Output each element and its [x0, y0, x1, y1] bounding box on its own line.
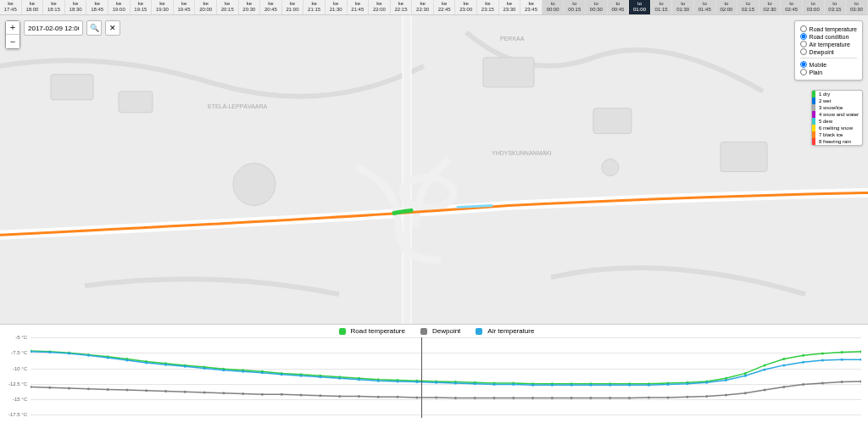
time-slot[interactable]: to00:00	[542, 0, 565, 14]
time-slot[interactable]: ke22:00	[369, 0, 391, 14]
layer-air-temperature[interactable]: Air temperature	[800, 41, 857, 47]
svg-point-137	[802, 361, 804, 364]
time-slot[interactable]: to01:00	[629, 0, 651, 14]
time-slot[interactable]: ke18:15	[43, 0, 65, 14]
svg-point-80	[551, 397, 554, 399]
svg-point-105	[184, 365, 186, 368]
svg-point-131	[686, 382, 688, 385]
svg-point-89	[725, 393, 727, 396]
svg-point-90	[744, 392, 747, 394]
time-slot[interactable]: ke17:45	[0, 0, 22, 14]
chart-body[interactable]: -5 °C-7.5 °C-10 °C-12.5 °C-15 °C-17.5 °C	[31, 337, 861, 418]
time-slot[interactable]: ke21:15	[303, 0, 326, 14]
svg-point-72	[397, 396, 399, 398]
time-slot[interactable]: ke20:30	[239, 0, 261, 14]
condition-row: 3 snow/ice	[812, 104, 862, 111]
svg-point-66	[281, 393, 283, 396]
svg-point-65	[261, 393, 264, 396]
svg-point-127	[609, 384, 611, 387]
time-slot[interactable]: to02:30	[760, 0, 782, 14]
svg-point-75	[454, 397, 457, 399]
svg-point-83	[609, 397, 611, 399]
datetime-input[interactable]	[24, 20, 83, 36]
time-slot[interactable]: to02:00	[716, 0, 738, 14]
time-slot[interactable]: ke23:45	[520, 0, 542, 14]
svg-point-120	[474, 382, 476, 385]
svg-point-51	[841, 351, 843, 353]
time-slot[interactable]: ke19:00	[108, 0, 131, 14]
time-slot[interactable]: ke21:30	[326, 0, 348, 14]
place-label: ETELÄ-LEPPÄVAARA	[208, 103, 268, 109]
mapstyle-mobile[interactable]: Mobile	[800, 61, 857, 68]
condition-row: 2 wet	[812, 97, 862, 104]
condition-row: 8 freezing rain	[812, 138, 862, 145]
time-slot[interactable]: ke22:15	[391, 0, 413, 14]
svg-point-101	[107, 357, 109, 359]
time-slot[interactable]: ke18:30	[65, 0, 87, 14]
time-slot[interactable]: to01:30	[672, 0, 694, 14]
layer-road-temperature[interactable]: Road temperature	[800, 25, 857, 32]
time-slot[interactable]: ke23:15	[477, 0, 499, 14]
svg-point-86	[667, 396, 670, 398]
svg-point-91	[764, 389, 766, 392]
time-slot[interactable]: to02:15	[737, 0, 760, 14]
time-slot[interactable]: ke22:45	[434, 0, 456, 14]
svg-rect-5	[721, 142, 767, 172]
zoom-out-button[interactable]: −	[6, 35, 19, 48]
svg-point-56	[87, 387, 90, 390]
condition-row: 1 dry	[812, 91, 862, 97]
legend-item[interactable]: Dewpoint	[415, 327, 460, 335]
chart-legend: Road temperatureDewpointAir temperature	[0, 325, 868, 337]
time-slot[interactable]: ke20:00	[195, 0, 217, 14]
time-slot[interactable]: ke21:45	[348, 0, 370, 14]
legend-item[interactable]: Air temperature	[470, 327, 534, 335]
time-slot[interactable]: ke19:45	[174, 0, 196, 14]
svg-point-113	[338, 377, 341, 380]
time-slot[interactable]: ke18:00	[22, 0, 44, 14]
time-slot[interactable]: to00:30	[586, 0, 608, 14]
time-slot[interactable]: to03:30	[846, 0, 868, 14]
svg-point-82	[589, 397, 592, 399]
time-slot[interactable]: to03:15	[825, 0, 847, 14]
time-slot[interactable]: to00:45	[608, 0, 630, 14]
layer-road-condition[interactable]: Road condition	[800, 33, 857, 40]
time-slot[interactable]: to02:45	[781, 0, 803, 14]
time-slot[interactable]: to01:15	[651, 0, 673, 14]
time-slot[interactable]: to00:15	[564, 0, 586, 14]
time-slot[interactable]: ke18:45	[86, 0, 108, 14]
map-area[interactable]: + − 🔍 ✕ Road temperature Road condition …	[0, 15, 868, 324]
svg-point-100	[87, 354, 90, 357]
svg-point-58	[125, 389, 128, 392]
time-slot[interactable]: to01:45	[694, 0, 716, 14]
clear-button[interactable]: ✕	[105, 20, 120, 36]
mapstyle-plain[interactable]: Plain	[800, 69, 857, 75]
svg-point-110	[281, 373, 283, 376]
time-slot[interactable]: ke23:30	[499, 0, 521, 14]
time-slot[interactable]: ke19:30	[152, 0, 174, 14]
svg-point-92	[782, 386, 785, 388]
layer-dewpoint[interactable]: Dewpoint	[800, 48, 857, 55]
zoom-control: + −	[5, 20, 20, 49]
legend-item[interactable]: Road temperature	[334, 327, 405, 335]
time-slot[interactable]: ke19:15	[131, 0, 153, 14]
svg-rect-1	[51, 75, 93, 100]
map-canvas[interactable]: PERKAA ETELÄ-LEPPÄVAARA YHDYSKUNNANMÄKI	[0, 15, 868, 324]
svg-point-76	[474, 397, 476, 399]
svg-point-126	[589, 384, 592, 387]
time-slot[interactable]: to03:00	[803, 0, 825, 14]
time-slot[interactable]: ke21:00	[282, 0, 304, 14]
time-slot[interactable]: ke20:15	[217, 0, 239, 14]
svg-point-61	[184, 391, 186, 393]
time-marker[interactable]	[421, 337, 422, 418]
timeline[interactable]: ke17:45ke18:00ke18:15ke18:30ke18:45ke19:…	[0, 0, 868, 15]
time-slot[interactable]: ke20:45	[260, 0, 282, 14]
time-slot[interactable]: ke23:00	[455, 0, 477, 14]
condition-row: 5 dew	[812, 118, 862, 125]
search-icon: 🔍	[90, 24, 99, 32]
time-slot[interactable]: ke22:30	[412, 0, 434, 14]
search-button[interactable]: 🔍	[86, 20, 102, 36]
svg-point-129	[648, 384, 650, 387]
svg-point-107	[222, 369, 225, 371]
zoom-in-button[interactable]: +	[6, 21, 19, 35]
svg-point-114	[358, 378, 360, 381]
